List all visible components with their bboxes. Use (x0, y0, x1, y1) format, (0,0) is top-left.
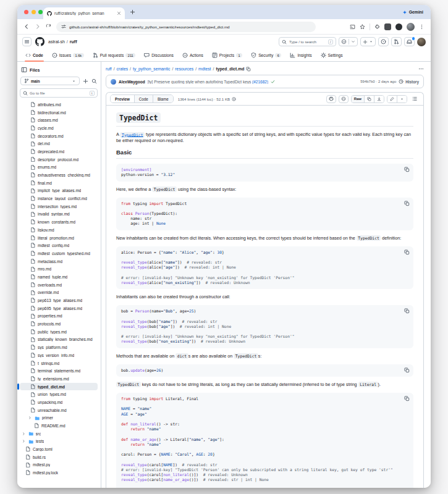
file-tree-item[interactable]: unpacking.md (20, 398, 98, 406)
repo-tab-insights[interactable]: Insights (286, 52, 315, 61)
file-tree-item[interactable]: known_constants.md (20, 218, 98, 226)
collapse-sidebar-icon[interactable] (21, 67, 27, 73)
forward-button[interactable] (35, 23, 41, 30)
go-to-file-input[interactable]: Go to file t (20, 88, 98, 98)
copy-path-icon[interactable] (246, 67, 251, 72)
file-tree-item[interactable]: mdtest_custom_typeshed.md (20, 249, 98, 257)
file-tree-item[interactable]: properties.md (20, 312, 98, 320)
commit-author-avatar[interactable] (111, 79, 116, 85)
view-tab-code[interactable]: Code (134, 95, 153, 103)
download-button[interactable] (374, 96, 384, 103)
edit-button[interactable] (387, 96, 397, 103)
file-tree-item[interactable]: sys_platform.md (20, 343, 98, 351)
extensions-puzzle-icon[interactable] (374, 24, 380, 30)
file-tree-item[interactable]: classes.md (20, 116, 98, 124)
repo-tab-pull-requests[interactable]: Pull requests211 (89, 52, 140, 61)
file-tree-item[interactable]: mdtest_config.md (20, 241, 98, 249)
file-tree-item[interactable]: override.md (20, 289, 98, 297)
file-tree-item[interactable]: mdtest.py (20, 461, 98, 469)
print-button[interactable] (326, 95, 336, 103)
file-tree-item[interactable]: README.md (20, 422, 98, 430)
raw-button[interactable]: Raw (352, 96, 364, 103)
breadcrumb-link[interactable]: crates (117, 67, 129, 71)
file-tree-item[interactable]: intersection_types.md (20, 203, 98, 211)
breadcrumb-link[interactable]: mdtest (198, 67, 211, 71)
status-check-icon[interactable] (271, 80, 275, 84)
commit-hash-age[interactable]: 594b7b0 · 2 days ago (360, 80, 396, 83)
file-tree-item[interactable]: terminal_statements.md (20, 367, 98, 375)
copy-code-button[interactable] (404, 167, 410, 172)
file-tree-item[interactable]: t_strings.md (20, 359, 98, 367)
commit-author[interactable]: AlexWaygood (119, 80, 145, 84)
history-button[interactable]: History (399, 79, 419, 84)
file-tree-item[interactable]: implicit_type_aliases.md (20, 187, 98, 195)
window-close-button[interactable] (24, 10, 28, 14)
file-tree-item[interactable]: metaclass.md (20, 257, 98, 266)
file-tree-item[interactable]: decorators.md (20, 132, 98, 140)
global-search[interactable]: Type / to search / (279, 37, 336, 46)
reload-button[interactable] (46, 24, 51, 30)
browser-profile-avatar[interactable] (407, 23, 415, 31)
site-settings-icon[interactable] (61, 24, 66, 29)
search-tree-icon[interactable] (91, 78, 97, 84)
file-tree-item[interactable]: src (20, 430, 98, 438)
repo-link[interactable]: ruff (70, 40, 77, 44)
file-tree-item[interactable]: bidirectional.md (20, 109, 98, 117)
file-tree-item[interactable]: primer (20, 414, 98, 422)
github-logo[interactable] (35, 37, 44, 46)
edit-dropdown[interactable] (397, 96, 407, 103)
view-tab-preview[interactable]: Preview (111, 95, 134, 103)
new-tab-button[interactable] (130, 9, 135, 15)
address-bar[interactable]: github.com/astral-sh/ruff/blob/main/crat… (56, 22, 316, 32)
file-tree-item[interactable]: sys_version_info.md (20, 351, 98, 359)
repo-tab-code[interactable]: Code (22, 52, 47, 61)
cast-icon[interactable] (350, 24, 355, 30)
global-nav-menu-button[interactable] (22, 37, 32, 46)
file-tree-item[interactable]: exhaustiveness_checking.md (20, 171, 98, 179)
file-tree-item[interactable]: public_types.md (20, 328, 98, 336)
commit-message[interactable]: [ty] Preserve quoting style when autofix… (148, 80, 268, 84)
branch-selector[interactable]: main (20, 77, 80, 85)
file-tree-item[interactable]: deprecated.md (20, 148, 98, 156)
file-tree-item[interactable]: literal_promotion.md (20, 234, 98, 242)
extension-badge[interactable] (384, 23, 391, 30)
copilot-button[interactable] (339, 37, 358, 46)
inbox-button[interactable] (404, 37, 415, 46)
view-tab-blame[interactable]: Blame (153, 95, 173, 103)
repo-tab-discussions[interactable]: Discussions (140, 52, 177, 61)
breadcrumb-link[interactable]: ty_python_semantic (133, 67, 170, 71)
inline-link[interactable]: TypedDict (120, 132, 145, 138)
back-button[interactable] (23, 23, 30, 30)
your-issues-button[interactable] (378, 37, 389, 46)
repo-tab-actions[interactable]: Actions (179, 52, 207, 61)
file-tree-item[interactable]: union_types.md (20, 390, 98, 398)
outline-button[interactable] (410, 95, 420, 103)
file-tree-item[interactable]: named_tuple.md (20, 273, 98, 281)
copy-code-button[interactable] (404, 308, 410, 314)
file-tree-item[interactable]: mdtest.py.lock (20, 469, 98, 477)
file-tree-item[interactable]: del.md (20, 140, 98, 148)
file-tree-item[interactable]: unreachable.md (20, 406, 98, 414)
extension-badge-2[interactable] (395, 23, 402, 30)
file-tree-item[interactable]: Cargo.toml (20, 445, 98, 453)
file-tree-item[interactable]: typed_dict.md (20, 383, 98, 391)
file-tree-item[interactable]: mro.md (20, 265, 98, 273)
copy-code-button[interactable] (404, 396, 410, 401)
browser-menu-icon[interactable] (419, 24, 425, 30)
browser-tab[interactable]: ruff/crates/ty_python_seman (43, 7, 125, 19)
copy-file-button[interactable] (364, 96, 374, 103)
file-tree-item[interactable]: cycle.md (20, 124, 98, 132)
copy-code-button[interactable] (404, 367, 410, 373)
gemini-button[interactable]: Gemini (402, 10, 423, 15)
pr-link[interactable]: (#21682) (252, 80, 268, 84)
file-tree-item[interactable]: overloads.md (20, 281, 98, 289)
file-tree-item[interactable]: pep695_type_aliases.md (20, 304, 98, 312)
file-tree-item[interactable]: tests (20, 438, 98, 446)
more-options-icon[interactable] (418, 66, 424, 72)
org-link[interactable]: astral-sh (48, 40, 65, 44)
file-tree-item[interactable]: liskov.md (20, 226, 98, 234)
repo-tab-security[interactable]: Security6 (247, 52, 285, 61)
user-avatar[interactable] (417, 38, 426, 46)
file-tree-item[interactable]: descriptor_protocol.md (20, 156, 98, 164)
file-tree-item[interactable]: ty_extensions.md (20, 375, 98, 383)
